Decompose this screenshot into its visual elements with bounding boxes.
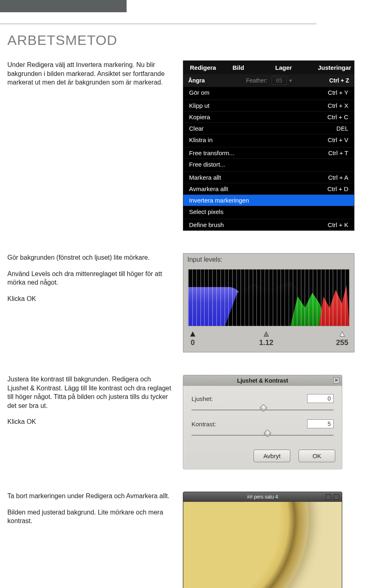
- ok-button[interactable]: OK: [298, 450, 335, 462]
- label: Avmarkera allt: [189, 185, 228, 192]
- paragraph: Bilden med justerad bakgrund. Lite mörka…: [7, 508, 173, 526]
- menu-item-free-distort[interactable]: Free distort...: [183, 158, 354, 170]
- divider: [0, 24, 316, 24]
- levels-white-point[interactable]: 255: [336, 330, 348, 347]
- document-page: ARBETSMETOD Under Redigera välj att Inve…: [0, 0, 392, 588]
- histogram-spikes: [188, 270, 349, 326]
- kb: Ctrl + V: [328, 136, 348, 143]
- label: Kopiera: [189, 114, 210, 120]
- input-levels-label: Input levels:: [183, 254, 354, 269]
- slider-handle-icon: [263, 330, 270, 338]
- svg-marker-1: [264, 332, 269, 336]
- kb: DEL: [336, 125, 348, 132]
- image-window: ## pers satu 4: [183, 492, 342, 588]
- image-window-title: ## pers satu 4: [247, 494, 278, 500]
- kontrast-input[interactable]: 5: [307, 419, 334, 428]
- menu-item-klipp-ut[interactable]: Klipp ut Ctrl + X: [183, 100, 354, 111]
- ljushet-row: Ljushet: 0: [192, 394, 334, 403]
- menu-item-gor-om[interactable]: Gör om Ctrl + Y: [183, 87, 354, 98]
- feather-label: Feather:: [246, 77, 267, 84]
- step-4: Ta bort markeringen under Redigera och A…: [7, 492, 378, 588]
- minimize-icon[interactable]: [325, 494, 331, 500]
- slider-handle-icon: [339, 330, 346, 338]
- paragraph: Gör bakgrunden (fönstret och ljuset) lit…: [7, 253, 173, 262]
- paragraph: Använd Levels och dra mittenreglaget til…: [7, 270, 173, 287]
- levels-min: 0: [191, 339, 195, 347]
- image-window-titlebar: ## pers satu 4: [183, 492, 342, 502]
- kb: Ctrl + A: [328, 174, 348, 181]
- menu-item-markera-allt[interactable]: Markera allt Ctrl + A: [183, 172, 354, 183]
- kb: Ctrl + K: [328, 221, 348, 228]
- top-banner: [0, 0, 127, 12]
- menu-item-kopiera[interactable]: Kopiera Ctrl + C: [183, 111, 354, 122]
- cancel-button[interactable]: Avbryt: [254, 450, 290, 462]
- levels-panel: Input levels:: [183, 253, 354, 352]
- label: Free distort...: [189, 161, 225, 168]
- label: Free transform...: [189, 149, 234, 156]
- kontrast-slider[interactable]: [192, 432, 334, 438]
- kb: Ctrl + Y: [328, 89, 348, 96]
- svg-marker-2: [340, 332, 345, 336]
- section-heading: ARBETSMETOD: [7, 32, 392, 48]
- menu-item-define-brush[interactable]: Define brush Ctrl + K: [183, 219, 354, 230]
- levels-mid: 1.12: [259, 339, 273, 347]
- slider-handle-icon: [189, 330, 196, 338]
- content: Under Redigera välj att Invertera marker…: [0, 60, 378, 588]
- histogram-plot: [188, 269, 350, 326]
- levels-max: 255: [336, 339, 348, 347]
- close-icon[interactable]: ✕: [333, 377, 339, 383]
- ljushet-slider[interactable]: [192, 407, 334, 413]
- histogram-figure: Input levels:: [183, 253, 354, 352]
- menu-item-invertera-markeringen[interactable]: Invertera markeringen: [183, 194, 354, 206]
- kb: Ctrl + D: [327, 185, 348, 192]
- close-icon[interactable]: [334, 494, 339, 500]
- levels-midtone[interactable]: 1.12: [259, 330, 273, 347]
- menu-header-redigera[interactable]: Redigera: [183, 61, 226, 74]
- menu-header-lager[interactable]: Lager: [269, 61, 312, 74]
- dialog-title: Ljushet & Kontrast: [237, 377, 288, 384]
- chevron-down-icon[interactable]: ▾: [289, 77, 292, 84]
- menu-item-select-pixels[interactable]: Select pixels: [183, 206, 354, 217]
- menu-item-avmarkera-allt[interactable]: Avmarkera allt Ctrl + D: [183, 183, 354, 194]
- kb: Ctrl + C: [327, 114, 348, 120]
- context-menu-figure: Redigera Bild Lager Justeringar Ångra Fe…: [183, 60, 354, 231]
- step-2-text: Gör bakgrunden (fönstret och ljuset) lit…: [7, 253, 183, 310]
- levels-black-point[interactable]: 0: [189, 330, 196, 347]
- label: Markera allt: [189, 174, 221, 181]
- step-4-text: Ta bort markeringen under Redigera och A…: [7, 492, 183, 533]
- paragraph: Klicka OK: [7, 417, 173, 426]
- paragraph: Ta bort markeringen under Redigera och A…: [7, 492, 173, 501]
- brightness-contrast-figure: Ljushet & Kontrast ✕ Ljushet: 0: [183, 375, 342, 469]
- label: Define brush: [189, 221, 224, 228]
- label: Klipp ut: [189, 102, 209, 109]
- menu-item-free-transform[interactable]: Free transform... Ctrl + T: [183, 147, 354, 158]
- menu-item-klistra-in[interactable]: Klistra in Ctrl + V: [183, 134, 354, 145]
- step-3-text: Justera lite kontrast till bakgrunden. R…: [7, 375, 183, 434]
- edit-menu: Redigera Bild Lager Justeringar Ångra Fe…: [183, 60, 354, 231]
- paragraph: Justera lite kontrast till bakgrunden. R…: [7, 375, 173, 410]
- histogram-axis: 0 1.12 255: [183, 326, 354, 352]
- dialog-titlebar: Ljushet & Kontrast ✕: [183, 375, 342, 386]
- paragraph: Under Redigera välj att Invertera marker…: [7, 60, 173, 87]
- paragraph: Klicka OK: [7, 294, 173, 303]
- label: Clear: [189, 125, 204, 132]
- menu-header: Redigera Bild Lager Justeringar: [183, 61, 354, 74]
- label: Invertera markeringen: [189, 197, 249, 204]
- feather-row: Ångra Feather: 65 ▾ Ctrl + Z: [183, 74, 354, 87]
- image-canvas: [183, 502, 342, 588]
- svg-marker-0: [190, 332, 195, 336]
- brightness-contrast-dialog: Ljushet & Kontrast ✕ Ljushet: 0: [183, 375, 342, 469]
- menu-item-clear[interactable]: Clear DEL: [183, 122, 354, 134]
- menu-header-justeringar[interactable]: Justeringar: [312, 61, 354, 74]
- step-2: Gör bakgrunden (fönstret och ljuset) lit…: [7, 253, 378, 352]
- step-1: Under Redigera välj att Invertera marker…: [7, 60, 378, 231]
- kontrast-label: Kontrast:: [192, 421, 228, 428]
- label: Gör om: [189, 89, 209, 96]
- kontrast-row: Kontrast: 5: [192, 419, 334, 428]
- menu-item-angra[interactable]: Ångra: [188, 77, 205, 84]
- ljushet-label: Ljushet:: [192, 395, 228, 402]
- kb: Ctrl + T: [328, 149, 348, 156]
- feather-value[interactable]: 65: [272, 76, 287, 85]
- menu-header-bild[interactable]: Bild: [226, 61, 269, 74]
- ljushet-input[interactable]: 0: [307, 394, 334, 403]
